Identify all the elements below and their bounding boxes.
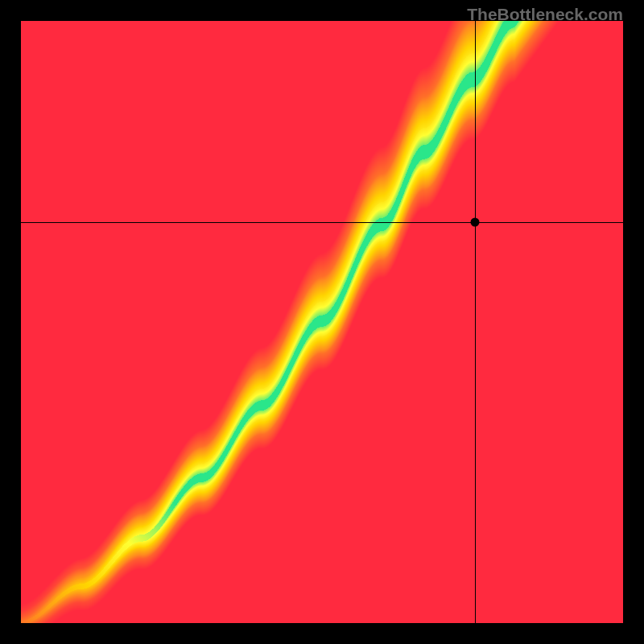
crosshair-horizontal (21, 222, 623, 223)
chart-frame: TheBottleneck.com (0, 0, 644, 644)
crosshair-vertical (475, 21, 476, 623)
watermark-text: TheBottleneck.com (467, 5, 623, 24)
plot-area (21, 21, 623, 623)
heatmap-canvas (21, 21, 623, 623)
marker-dot (470, 218, 479, 227)
